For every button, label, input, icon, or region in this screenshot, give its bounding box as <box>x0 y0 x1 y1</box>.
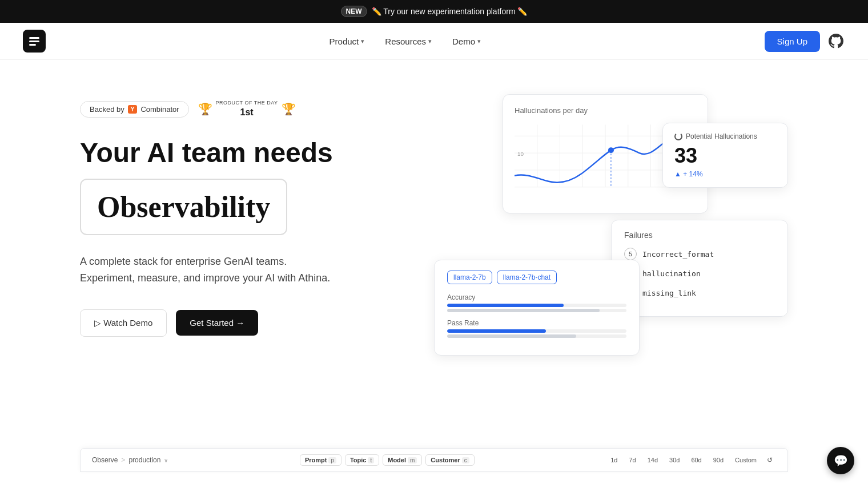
laurel-left-icon: 🏆 <box>198 102 212 116</box>
failure-row-1: 5 Incorrect_format <box>624 248 775 260</box>
passrate-label: Pass Rate <box>447 319 626 327</box>
hero-ctas: ▷ Watch Demo Get Started → <box>80 309 365 337</box>
accuracy-bar-track-1 <box>447 304 626 307</box>
potential-value: 33 <box>674 144 776 168</box>
breadcrumb-observe: Observe <box>92 456 118 464</box>
hero-word: Observability <box>97 191 270 223</box>
breadcrumb-sep: > <box>121 456 125 464</box>
passrate-bar-track-2 <box>447 334 626 338</box>
model-tag-1: llama-2-7b <box>447 271 492 284</box>
filter-topic[interactable]: Topic t <box>345 454 379 466</box>
failure-label-3: missing_link <box>642 289 696 297</box>
time-14d[interactable]: 14d <box>643 455 662 465</box>
accuracy-label: Accuracy <box>447 293 626 301</box>
failures-title: Failures <box>624 231 775 240</box>
nav-links: Product ▾ Resources ▾ Demo ▾ <box>322 32 489 51</box>
time-7d[interactable]: 7d <box>624 455 640 465</box>
hero-section: Backed by Y Combinator 🏆 Product of the … <box>0 60 868 448</box>
passrate-bars <box>447 329 626 338</box>
chevron-down-icon: ∨ <box>164 457 168 463</box>
potential-header: Potential Hallucinations <box>674 132 776 140</box>
watch-demo-button[interactable]: ▷ Watch Demo <box>80 309 167 337</box>
nav-demo[interactable]: Demo ▾ <box>444 32 489 51</box>
comparison-card: llama-2-7b llama-2-7b-chat Accuracy Pass… <box>434 260 640 356</box>
product-hunt-badge: 🏆 Product of the day 1st 🏆 <box>198 100 296 118</box>
failure-label-2: hallucination <box>642 269 701 278</box>
chevron-down-icon: ▾ <box>361 38 364 45</box>
time-30d[interactable]: 30d <box>665 455 684 465</box>
failure-badge-1: 5 <box>624 248 637 260</box>
model-tag-2: llama-2-7b-chat <box>497 271 557 284</box>
hero-description: A complete stack for enterprise GenAI te… <box>80 253 343 287</box>
time-90d[interactable]: 90d <box>709 455 728 465</box>
time-1d[interactable]: 1d <box>606 455 622 465</box>
failure-label-1: Incorrect_format <box>642 250 714 259</box>
filter-prompt[interactable]: Prompt p <box>300 454 341 466</box>
svg-rect-2 <box>29 44 36 46</box>
time-filters: 1d 7d 14d 30d 60d 90d Custom ↺ <box>606 454 776 466</box>
github-icon[interactable] <box>827 32 845 50</box>
passrate-bar-1 <box>447 329 546 333</box>
breadcrumb-production: production <box>128 456 160 464</box>
accuracy-bars <box>447 304 626 312</box>
accuracy-metric: Accuracy <box>447 293 626 312</box>
hero-word-box: Observability <box>80 179 287 235</box>
filter-topic-val: t <box>368 457 374 463</box>
refresh-button[interactable]: ↺ <box>763 454 776 466</box>
failure-row-2: 3 hallucination <box>624 267 775 280</box>
passrate-metric: Pass Rate <box>447 319 626 338</box>
potential-hallucinations-card: Potential Hallucinations 33 ▲ + 14% <box>662 123 788 188</box>
potential-change: ▲ + 14% <box>674 170 776 178</box>
logo[interactable] <box>23 30 46 53</box>
svg-rect-0 <box>29 37 39 39</box>
yc-logo: Y <box>128 105 138 114</box>
filter-prompt-key: Prompt <box>305 457 327 463</box>
refresh-icon <box>674 132 682 140</box>
chat-widget[interactable]: 💬 <box>827 447 854 474</box>
badge-yc-prefix: Backed by <box>90 105 124 114</box>
filter-model-key: Model <box>388 457 406 463</box>
filter-model[interactable]: Model m <box>383 454 422 466</box>
accuracy-bar-2 <box>447 309 600 312</box>
product-rank: 1st <box>240 107 254 119</box>
accuracy-bar-1 <box>447 304 564 307</box>
banner-badge: NEW <box>341 6 367 17</box>
model-tags: llama-2-7b llama-2-7b-chat <box>447 271 626 284</box>
laurel-right-icon: 🏆 <box>282 102 296 116</box>
hero-heading: Your AI team needs <box>80 136 365 170</box>
hallucinations-title: Hallucinations per day <box>515 106 696 115</box>
filter-customer[interactable]: Customer c <box>425 454 474 466</box>
filter-customer-val: c <box>462 457 469 463</box>
product-day-label: Product of the day <box>216 100 278 107</box>
chevron-down-icon: ▾ <box>477 38 481 45</box>
passrate-bar-2 <box>447 334 576 338</box>
badges: Backed by Y Combinator 🏆 Product of the … <box>80 100 365 118</box>
time-custom[interactable]: Custom <box>730 455 761 465</box>
hero-left: Backed by Y Combinator 🏆 Product of the … <box>80 94 365 337</box>
bottom-preview-bar: Observe > production ∨ Prompt p Topic t … <box>80 448 788 472</box>
filter-customer-key: Customer <box>431 457 460 463</box>
svg-text:10: 10 <box>517 151 524 157</box>
chat-icon: 💬 <box>834 454 848 467</box>
chevron-down-icon: ▾ <box>428 38 432 45</box>
filter-topic-key: Topic <box>350 457 367 463</box>
yc-badge: Backed by Y Combinator <box>80 101 189 118</box>
top-banner: NEW ✏️ Try our new experimentation platf… <box>0 0 868 23</box>
breadcrumb: Observe > production ∨ <box>92 456 168 464</box>
failure-row-3: 2 missing_link <box>624 287 775 299</box>
hero-right: Hallucinations per day <box>434 94 788 414</box>
svg-rect-1 <box>29 41 39 42</box>
get-started-button[interactable]: Get Started → <box>176 310 258 336</box>
bottom-preview-container: Observe > production ∨ Prompt p Topic t … <box>80 448 788 477</box>
filter-prompt-val: p <box>328 457 336 463</box>
accuracy-bar-track-2 <box>447 309 626 312</box>
time-60d[interactable]: 60d <box>686 455 706 465</box>
filter-tags: Prompt p Topic t Model m Customer c <box>300 454 475 466</box>
potential-label: Potential Hallucinations <box>686 132 757 140</box>
nav-actions: Sign Up <box>765 31 845 52</box>
nav-resources[interactable]: Resources ▾ <box>377 32 440 51</box>
nav-product[interactable]: Product ▾ <box>322 32 373 51</box>
banner-text[interactable]: ✏️ Try our new experimentation platform … <box>372 7 528 16</box>
signup-button[interactable]: Sign Up <box>765 31 820 52</box>
badge-yc-name: Combinator <box>140 105 179 114</box>
